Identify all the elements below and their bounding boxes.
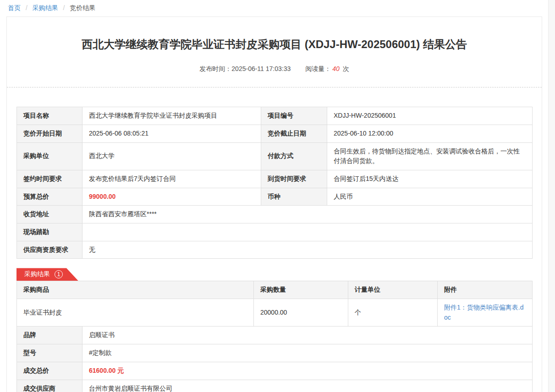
field-value: #定制款 — [82, 344, 533, 362]
page-title: 西北大学继续教育学院毕业证书封皮采购项目 (XDJJ-HW-202506001)… — [25, 37, 523, 51]
announcement-card: 西北大学继续教育学院毕业证书封皮采购项目 (XDJJ-HW-202506001)… — [6, 16, 542, 392]
table-row: 采购单位 西北大学 付款方式 合同生效后，待货物到达指定地点、安装调试验收合格后… — [17, 142, 533, 170]
field-label: 项目名称 — [17, 107, 82, 125]
field-label: 签约时间要求 — [17, 170, 82, 188]
table-row: 现场踏勘 — [17, 223, 533, 241]
field-label: 币种 — [261, 188, 327, 206]
column-header: 采购数量 — [254, 281, 348, 299]
views-unit: 次 — [343, 65, 349, 72]
product-name: 毕业证书封皮 — [17, 299, 254, 327]
column-header: 采购商品 — [17, 281, 254, 299]
scrollbar-track[interactable] — [548, 0, 555, 392]
project-info-table: 项目名称 西北大学继续教育学院毕业证书封皮采购项目 项目编号 XDJJ-HW-2… — [16, 107, 533, 259]
table-row: 预算总价 99000.00 币种 人民币 — [17, 188, 533, 206]
result-item-table: 采购商品 采购数量 计量单位 附件 毕业证书封皮 20000.00 个 附件1：… — [16, 281, 533, 327]
field-value — [82, 223, 533, 241]
breadcrumb-separator: / — [63, 4, 65, 11]
table-row: 供应商资质要求 无 — [17, 241, 533, 259]
field-label: 到货时间要求 — [261, 170, 327, 188]
views-count: 40 — [332, 65, 340, 72]
field-label: 竞价截止日期 — [261, 125, 327, 142]
breadcrumb-section-link[interactable]: 采购结果 — [33, 4, 58, 11]
table-row: 型号 #定制款 — [17, 344, 533, 362]
result-section-header: 采购结果 1 — [16, 268, 533, 281]
budget-total-value: 99000.00 — [82, 188, 261, 206]
table-header-row: 采购商品 采购数量 计量单位 附件 — [17, 281, 533, 299]
table-row: 收货地址 陕西省西安市雁塔区**** — [17, 206, 533, 223]
product-unit: 个 — [348, 299, 438, 327]
meta-line: 发布时间：2025-06-11 17:03:33 阅读量：40 次 — [25, 65, 523, 73]
field-label: 预算总价 — [17, 188, 82, 206]
field-label: 付款方式 — [261, 142, 327, 170]
views-label: 阅读量： — [305, 65, 331, 72]
publish-time-value: 2025-06-11 17:03:33 — [231, 65, 291, 72]
field-label: 品牌 — [17, 327, 82, 344]
result-badge-ribbon: 采购结果 1 — [16, 268, 78, 281]
field-value: 人民币 — [327, 188, 533, 206]
table-row: 成交总价 61600.00 元 — [17, 362, 533, 380]
field-label: 现场踏勘 — [17, 223, 82, 241]
field-value: 西北大学继续教育学院毕业证书封皮采购项目 — [82, 107, 261, 125]
publish-time-label: 发布时间： — [199, 65, 231, 72]
result-detail-table: 品牌 启顺证书 型号 #定制款 成交总价 61600.00 元 成交供应商 台州… — [16, 326, 533, 392]
breadcrumb-current: 竞价结果 — [70, 4, 95, 11]
deal-total-price: 61600.00 元 — [82, 362, 533, 380]
table-row: 签约时间要求 发布竞价结果后7天内签订合同 到货时间要求 合同签订后15天内送达 — [17, 170, 533, 188]
field-value: 发布竞价结果后7天内签订合同 — [82, 170, 261, 188]
field-label: 收货地址 — [17, 206, 82, 223]
announcement-content: 项目名称 西北大学继续教育学院毕业证书封皮采购项目 项目编号 XDJJ-HW-2… — [7, 87, 542, 392]
column-header: 计量单位 — [348, 281, 438, 299]
field-label: 供应商资质要求 — [17, 241, 82, 259]
breadcrumb-home-link[interactable]: 首页 — [8, 4, 21, 11]
field-value: 合同签订后15天内送达 — [327, 170, 533, 188]
field-label: 项目编号 — [261, 107, 327, 125]
field-label: 成交供应商 — [17, 380, 82, 392]
column-header: 附件 — [438, 281, 533, 299]
table-row: 成交供应商 台州市黄岩启顺证书有限公司 — [17, 380, 533, 392]
result-badge-label: 采购结果 — [24, 270, 50, 278]
field-value: 无 — [82, 241, 533, 259]
field-value: 合同生效后，待货物到达指定地点、安装调试验收合格后，一次性付清合同货款。 — [327, 142, 533, 170]
table-row: 竞价开始日期 2025-06-06 08:05:21 竞价截止日期 2025-0… — [17, 125, 533, 142]
field-value: 2025-06-06 08:05:21 — [82, 125, 261, 142]
table-row: 项目名称 西北大学继续教育学院毕业证书封皮采购项目 项目编号 XDJJ-HW-2… — [17, 107, 533, 125]
title-block: 西北大学继续教育学院毕业证书封皮采购项目 (XDJJ-HW-202506001)… — [7, 17, 542, 87]
breadcrumb: 首页 / 采购结果 / 竞价结果 — [0, 0, 555, 16]
attachment-link[interactable]: 附件1：货物类响应偏离表.doc — [444, 304, 523, 321]
table-row: 品牌 启顺证书 — [17, 327, 533, 344]
field-label: 成交总价 — [17, 362, 82, 380]
product-quantity: 20000.00 — [254, 299, 348, 327]
field-label: 型号 — [17, 344, 82, 362]
field-value: 西北大学 — [82, 142, 261, 170]
field-value: 台州市黄岩启顺证书有限公司 — [82, 380, 533, 392]
field-label: 采购单位 — [17, 142, 82, 170]
field-value: XDJJ-HW-202506001 — [327, 107, 533, 125]
field-value: 启顺证书 — [82, 327, 533, 344]
breadcrumb-separator: / — [26, 4, 27, 11]
field-value: 陕西省西安市雁塔区**** — [82, 206, 533, 223]
field-value: 2025-06-10 12:00:00 — [327, 125, 533, 142]
field-label: 竞价开始日期 — [17, 125, 82, 142]
result-count-badge: 1 — [55, 270, 63, 278]
table-row: 毕业证书封皮 20000.00 个 附件1：货物类响应偏离表.doc — [17, 299, 533, 327]
